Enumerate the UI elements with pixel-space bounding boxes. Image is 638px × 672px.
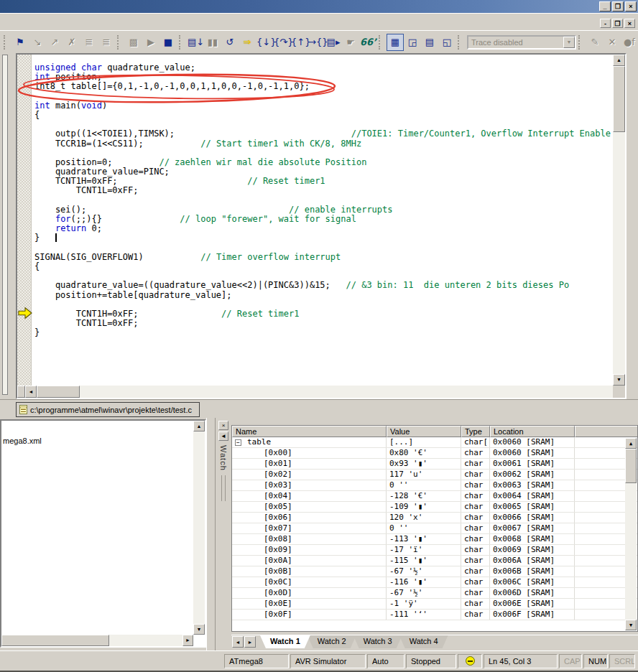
memory-window-button[interactable]: ◱ (438, 34, 456, 51)
scroll-right-icon[interactable]: ► (182, 635, 193, 646)
window-restore-button[interactable]: ❐ (612, 1, 624, 11)
tab-watch-1[interactable]: Watch 1 (260, 635, 310, 648)
remove-breakpoints-button[interactable]: ✗ (63, 34, 80, 51)
auto-step-button[interactable]: ▤▸ (325, 34, 342, 51)
watch-row[interactable]: [0x09]-17 'ï'char0x0069 [SRAM] (232, 545, 637, 556)
window-close-button[interactable]: × (625, 1, 637, 11)
scrollbar-thumb[interactable] (613, 66, 625, 132)
tab-scroll-right-button[interactable]: ► (244, 636, 256, 648)
register-window-button[interactable]: ▤ (421, 34, 438, 51)
watch-panel-title: Watch (219, 445, 228, 471)
scroll-down-icon[interactable]: ▼ (613, 374, 625, 386)
column-header-value[interactable]: Value (387, 426, 461, 437)
breakpoint-gutter[interactable] (17, 55, 32, 386)
watch-row[interactable]: [0x03]0 ''char0x0063 [SRAM] (232, 480, 637, 491)
editor-vertical-scrollbar[interactable]: ▲ ▼ (613, 55, 625, 386)
trace-delete-button[interactable]: ✕ (604, 34, 621, 51)
break-button[interactable]: ☛ (342, 34, 359, 51)
step-out-button[interactable]: {↑} (290, 34, 308, 51)
scrollbar-thumb[interactable] (1, 635, 109, 646)
code-area[interactable]: unsigned char quadrature_value;int posit… (32, 55, 613, 386)
collapsed-pane[interactable] (2, 55, 8, 395)
step-into-button[interactable]: {↓} (256, 34, 273, 51)
scroll-up-icon[interactable]: ▲ (625, 438, 637, 449)
watch-row[interactable]: [0x07]0 ''char0x0067 [SRAM] (232, 523, 637, 534)
step-over-button[interactable]: {↷} (273, 34, 290, 51)
drag-handle[interactable] (221, 475, 226, 501)
watch-close-button[interactable]: × (218, 421, 228, 430)
build-button[interactable]: ▩ (125, 34, 142, 51)
reset-program-button[interactable]: ▤↓ (187, 34, 204, 51)
scrollbar-track[interactable] (613, 132, 625, 374)
scrollbar-thumb[interactable] (625, 449, 637, 483)
watch-row[interactable]: [0x0F]-111 '‘'char0x006F [SRAM] (232, 610, 637, 620)
column-header-type[interactable]: Type (461, 426, 490, 437)
watch-row[interactable]: [0x06]120 'x'char0x0066 [SRAM] (232, 513, 637, 523)
watch-row[interactable]: −table[...]char[0x0060 [SRAM] (232, 437, 637, 448)
scrollbar-track[interactable] (80, 386, 613, 398)
watch-vertical-scrollbar[interactable]: ▲ ▼ (625, 438, 637, 630)
scrollbar-track[interactable] (193, 431, 205, 624)
scroll-down-icon[interactable]: ▼ (193, 624, 205, 635)
watch-cell-name: [0x0C] (232, 577, 387, 587)
tab-scroll-left-button[interactable]: ◄ (232, 636, 244, 648)
scroll-up-icon[interactable]: ▲ (613, 55, 625, 66)
watch-row[interactable]: [0x02]117 'u'char0x0062 [SRAM] (232, 470, 637, 480)
tab-watch-4[interactable]: Watch 4 (399, 635, 448, 648)
run-to-cursor-button[interactable]: →{} (308, 34, 325, 51)
pause-button[interactable]: ▮▮ (204, 34, 221, 51)
stop-debugging-icon: ■ (164, 37, 172, 47)
project-horizontal-scrollbar[interactable]: ► (1, 635, 193, 646)
project-vertical-scrollbar[interactable]: ▲ ▼ (193, 421, 205, 635)
scrollbar-thumb[interactable] (37, 386, 80, 398)
column-header-location[interactable]: Location (490, 426, 575, 437)
trace-function-button[interactable]: ●f (621, 34, 638, 51)
stop-debugging-button[interactable]: ■ (160, 34, 177, 51)
watch-cell-type: char (461, 513, 490, 523)
outdent-block-button[interactable]: ≣ (98, 34, 115, 51)
editor-region: unsigned char quadrature_value;int posit… (0, 53, 638, 399)
show-next-statement-button[interactable]: ⇒ (239, 34, 256, 51)
watch-row[interactable]: [0x00]0x80 '€'char0x0060 [SRAM] (232, 448, 637, 459)
scrollbar-track[interactable] (109, 635, 182, 646)
mdi-close-button[interactable]: × (624, 19, 635, 28)
watch-collapse-button[interactable]: ◄ (218, 431, 228, 441)
trace-over-button[interactable]: ↗ (46, 34, 63, 51)
chevron-down-icon[interactable]: ▼ (563, 37, 575, 48)
watch-row[interactable]: [0x01]0x93 '▮'char0x0061 [SRAM] (232, 459, 637, 470)
file-tab[interactable]: c:\programme\atmel\winavr\projekte\test/… (16, 402, 200, 417)
scroll-down-icon[interactable]: ▼ (625, 620, 637, 630)
scroll-left-icon[interactable]: ◄ (25, 386, 37, 398)
tab-watch-2[interactable]: Watch 2 (308, 635, 356, 648)
watch-row[interactable]: [0x0C]-116 '▮'char0x006C [SRAM] (232, 577, 637, 588)
bookmark-button[interactable]: ⚑ (11, 34, 29, 51)
scrollbar-track[interactable] (625, 483, 637, 620)
watch-row[interactable]: [0x0D]-67 '½'char0x006D [SRAM] (232, 588, 637, 599)
watch-row[interactable]: [0x08]-113 '▮'char0x0068 [SRAM] (232, 534, 637, 545)
project-item[interactable]: mega8.xml (3, 437, 42, 445)
output-window-button[interactable]: ◲ (404, 34, 421, 51)
column-header-name[interactable]: Name (232, 426, 387, 437)
mdi-restore-button[interactable]: ❐ (612, 19, 623, 28)
run-button[interactable]: ▶ (142, 34, 160, 51)
quick-watch-button[interactable]: 66’ (359, 34, 376, 51)
tab-watch-3[interactable]: Watch 3 (353, 635, 402, 648)
pane-splitter[interactable] (206, 418, 216, 650)
scroll-up-icon[interactable]: ▲ (193, 421, 205, 431)
watch-row[interactable]: [0x04]-128 '€'char0x0064 [SRAM] (232, 491, 637, 502)
watch-window-button[interactable]: ▦ (387, 34, 404, 51)
watch-row[interactable]: [0x0A]-115 '▮'char0x006A [SRAM] (232, 556, 637, 566)
indent-block-button[interactable]: ≣ (80, 34, 98, 51)
watch-row[interactable]: [0x0B]-67 '½'char0x006B [SRAM] (232, 566, 637, 577)
window-minimize-button[interactable]: _ (599, 1, 611, 11)
reset-button[interactable]: ↺ (221, 34, 239, 51)
trace-pin-button[interactable]: ✎ (586, 34, 604, 51)
trace-mode-select[interactable]: Trace disabled ▼ (467, 35, 576, 50)
collapse-expander-icon[interactable]: − (235, 439, 241, 446)
trace-into-button[interactable]: ↘ (29, 34, 46, 51)
watch-row[interactable]: [0x0E]-1 'ÿ'char0x006E [SRAM] (232, 599, 637, 610)
editor-horizontal-scrollbar[interactable]: ◄ (17, 386, 613, 398)
watch-row[interactable]: [0x05]-109 '▮'char0x0065 [SRAM] (232, 502, 637, 513)
mdi-minimize-button[interactable]: - (600, 19, 611, 28)
splitter-box[interactable] (17, 386, 25, 398)
